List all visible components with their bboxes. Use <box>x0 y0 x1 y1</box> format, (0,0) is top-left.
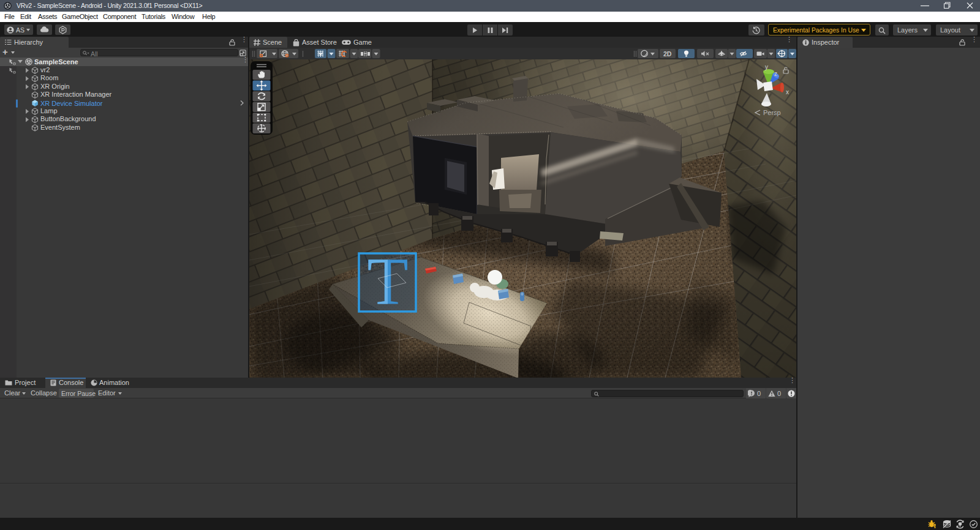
svg-text:Room: Room <box>40 74 58 81</box>
svg-text:XR Device Simulator: XR Device Simulator <box>40 100 103 107</box>
svg-text:EventSystem: EventSystem <box>40 124 80 131</box>
svg-text:z: z <box>774 70 777 77</box>
svg-text:vr2: vr2 <box>40 66 50 73</box>
svg-text:XR Interaction Manager: XR Interaction Manager <box>40 91 112 98</box>
svg-text:x: x <box>786 89 789 95</box>
svg-text:XR Origin: XR Origin <box>40 83 70 90</box>
svg-text:Lamp: Lamp <box>40 107 58 114</box>
svg-text:y: y <box>765 64 768 70</box>
svg-text:2D: 2D <box>663 50 672 58</box>
svg-text:Persp: Persp <box>763 109 781 116</box>
svg-text:ButtonBackground: ButtonBackground <box>40 115 96 122</box>
